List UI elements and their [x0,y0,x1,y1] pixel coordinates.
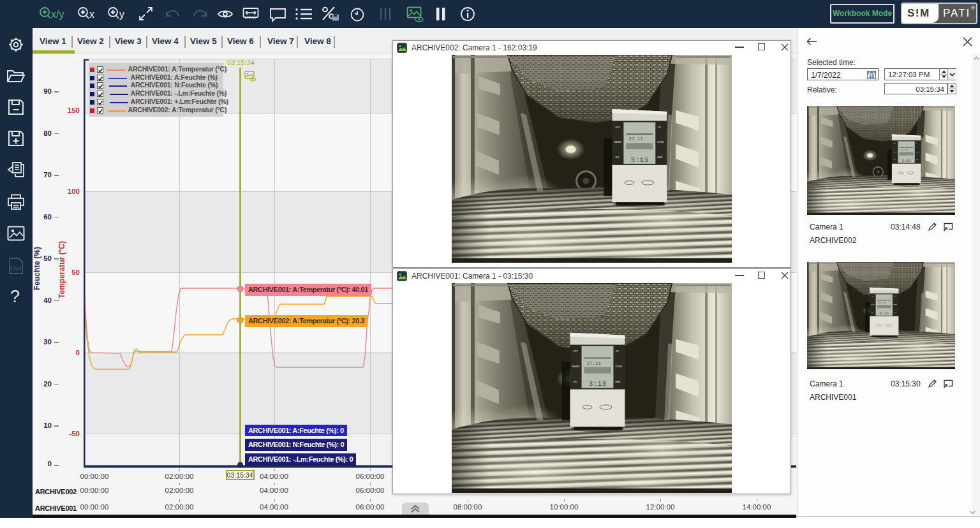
svg-text:CSV: CSV [10,265,22,272]
svg-text:y: y [119,9,124,20]
svg-text:x/y: x/y [51,9,64,20]
svg-text:15: 15 [869,74,874,78]
svg-text:x: x [89,9,94,20]
